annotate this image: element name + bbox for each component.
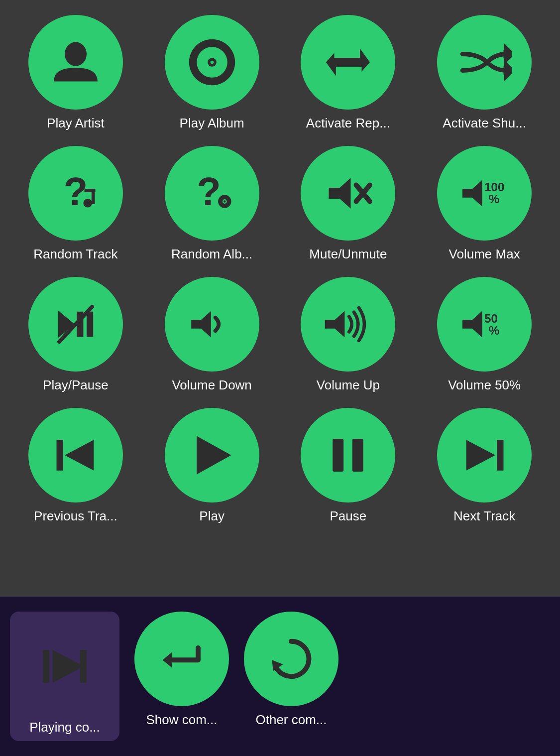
- activate-repeat-icon-circle: [301, 15, 395, 110]
- activate-shuffle-icon-circle: [437, 15, 532, 110]
- svg-marker-31: [462, 311, 482, 338]
- grid-item-volume-max[interactable]: 100 % Volume Max: [419, 146, 550, 262]
- svg-text:100: 100: [484, 180, 504, 194]
- other-commands-icon-circle: [244, 612, 338, 706]
- svg-rect-27: [87, 312, 93, 337]
- svg-rect-34: [56, 440, 63, 471]
- volume-max-label: Volume Max: [449, 247, 520, 262]
- playing-commands-label: Playing co...: [29, 720, 100, 735]
- random-track-label: Random Track: [33, 247, 117, 262]
- show-commands-icon-circle: [134, 612, 229, 706]
- svg-marker-36: [197, 436, 231, 475]
- command-grid: Play Artist Play Album: [10, 15, 550, 524]
- bottom-item-show-commands[interactable]: Show com...: [134, 612, 229, 728]
- pause-icon-circle: [301, 408, 395, 503]
- svg-text:50: 50: [484, 312, 498, 325]
- svg-marker-29: [191, 311, 211, 338]
- svg-text:%: %: [489, 192, 500, 206]
- grid-item-pause[interactable]: Pause: [283, 408, 414, 524]
- svg-text:?: ?: [64, 169, 88, 214]
- play-artist-label: Play Artist: [47, 116, 105, 131]
- svg-marker-19: [329, 178, 351, 209]
- svg-marker-22: [462, 180, 482, 207]
- random-track-icon-circle: ?: [28, 146, 123, 241]
- svg-marker-39: [466, 440, 495, 471]
- play-album-icon-circle: [165, 15, 259, 110]
- svg-point-4: [210, 61, 214, 64]
- grid-item-play[interactable]: Play: [146, 408, 278, 524]
- svg-point-12: [83, 199, 92, 208]
- svg-text:?: ?: [197, 169, 221, 214]
- volume-up-icon-circle: [301, 277, 395, 372]
- svg-marker-44: [163, 652, 172, 668]
- mute-unmute-label: Mute/Unmute: [309, 247, 387, 262]
- bottom-area: Playing co... Show com... Other com...: [0, 597, 560, 756]
- random-album-icon-circle: ?: [165, 146, 259, 241]
- grid-item-play-album[interactable]: Play Album: [146, 15, 278, 131]
- activate-shuffle-label: Activate Shu...: [443, 116, 526, 131]
- show-commands-label: Show com...: [146, 712, 217, 728]
- play-artist-icon-circle: [28, 15, 123, 110]
- grid-item-play-pause[interactable]: Play/Pause: [10, 277, 141, 393]
- svg-rect-40: [497, 440, 503, 471]
- bottom-item-other-commands[interactable]: Other com...: [244, 612, 338, 728]
- svg-point-18: [224, 200, 225, 202]
- svg-marker-42: [53, 650, 84, 683]
- play-pause-label: Play/Pause: [43, 378, 109, 393]
- volume-max-icon-circle: 100 %: [437, 146, 532, 241]
- volume-down-label: Volume Down: [172, 378, 251, 393]
- grid-item-random-album[interactable]: ? Random Alb...: [146, 146, 278, 262]
- mute-unmute-icon-circle: [301, 146, 395, 241]
- previous-track-label: Previous Tra...: [34, 508, 117, 524]
- volume-50-label: Volume 50%: [448, 378, 521, 393]
- svg-rect-37: [333, 439, 344, 472]
- grid-item-volume-50[interactable]: 50 % Volume 50%: [419, 277, 550, 393]
- pause-label: Pause: [330, 508, 367, 524]
- grid-item-activate-shuffle[interactable]: Activate Shu...: [419, 15, 550, 131]
- svg-rect-41: [43, 650, 49, 683]
- grid-item-previous-track[interactable]: Previous Tra...: [10, 408, 141, 524]
- playing-commands-icon-circle: [17, 619, 112, 714]
- svg-marker-35: [65, 440, 94, 471]
- random-album-label: Random Alb...: [171, 247, 252, 262]
- play-pause-icon-circle: [28, 277, 123, 372]
- svg-rect-14: [84, 189, 95, 192]
- next-track-icon-circle: [437, 408, 532, 503]
- grid-item-next-track[interactable]: Next Track: [419, 408, 550, 524]
- main-grid-area: Play Artist Play Album: [0, 0, 560, 597]
- play-album-label: Play Album: [180, 116, 244, 131]
- grid-item-mute-unmute[interactable]: Mute/Unmute: [283, 146, 414, 262]
- grid-item-volume-up[interactable]: Volume Up: [283, 277, 414, 393]
- svg-rect-43: [80, 650, 87, 683]
- grid-item-activate-repeat[interactable]: Activate Rep...: [283, 15, 414, 131]
- svg-marker-30: [325, 311, 345, 338]
- grid-item-random-track[interactable]: ? Random Track: [10, 146, 141, 262]
- volume-50-icon-circle: 50 %: [437, 277, 532, 372]
- bottom-item-playing-commands[interactable]: Playing co...: [10, 612, 119, 741]
- next-track-label: Next Track: [453, 508, 515, 524]
- grid-item-volume-down[interactable]: Volume Down: [146, 277, 278, 393]
- other-commands-label: Other com...: [255, 712, 327, 728]
- volume-down-icon-circle: [165, 277, 259, 372]
- svg-point-0: [65, 42, 87, 66]
- svg-text:%: %: [489, 324, 500, 337]
- svg-rect-38: [352, 439, 363, 472]
- play-icon-circle: [165, 408, 259, 503]
- volume-up-label: Volume Up: [317, 378, 380, 393]
- grid-item-play-artist[interactable]: Play Artist: [10, 15, 141, 131]
- previous-track-icon-circle: [28, 408, 123, 503]
- play-label: Play: [199, 508, 224, 524]
- activate-repeat-label: Activate Rep...: [306, 116, 390, 131]
